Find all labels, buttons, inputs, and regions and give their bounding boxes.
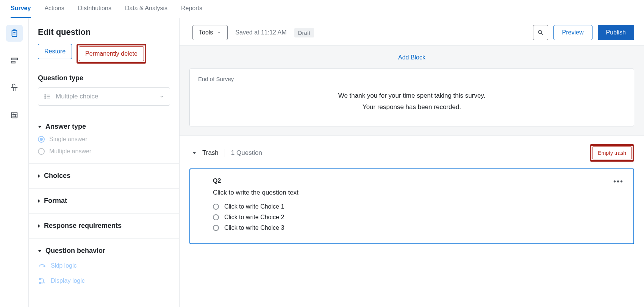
choices-section[interactable]: Choices [38,172,170,180]
svg-rect-4 [11,58,17,60]
restore-button[interactable]: Restore [38,44,72,59]
permanently-delete-highlight: Permanently delete [77,44,146,64]
chevron-down-icon[interactable] [192,152,196,154]
response-requirements-label: Response requirements [44,222,122,230]
side-panel: Edit question Restore Permanently delete… [29,18,180,307]
display-logic-icon [38,277,46,285]
display-logic-label: Display logic [51,277,85,284]
question-id: Q2 [213,178,299,184]
chevron-down-icon [217,30,221,35]
rail-look-feel-icon[interactable] [6,79,23,96]
choice-label: Click to write Choice 3 [224,224,284,231]
caret-down-icon [38,250,42,252]
rail-builder-icon[interactable] [6,25,23,42]
choice-label: Click to write Choice 2 [224,214,284,221]
question-type-select[interactable]: Multiple choice [38,87,170,106]
tab-distributions[interactable]: Distributions [78,0,111,18]
svg-line-20 [541,33,542,35]
tools-label: Tools [199,29,213,36]
preview-button[interactable]: Preview [553,25,592,40]
radio-checked-icon [38,136,45,143]
tools-dropdown[interactable]: Tools [192,25,228,40]
single-answer-label: Single answer [49,136,88,143]
end-of-survey-label: End of Survey [198,76,625,82]
radio-icon [213,214,219,220]
choice-row[interactable]: Click to write Choice 1 [213,203,299,210]
svg-point-18 [39,282,41,284]
caret-down-icon [38,126,42,128]
radio-icon [38,148,45,155]
rail-options-icon[interactable] [6,107,23,123]
list-icon [44,93,51,100]
skip-logic-label: Skip logic [51,262,77,269]
caret-right-icon [38,174,40,178]
publish-button[interactable]: Publish [598,25,634,40]
chevron-down-icon [159,94,164,99]
trash-count: 1 Question [225,149,262,157]
question-card[interactable]: Q2 Click to write the question text Clic… [189,168,634,244]
multiple-answer-option[interactable]: Multiple answer [38,148,170,155]
multiple-answer-label: Multiple answer [49,148,91,155]
permanently-delete-button[interactable]: Permanently delete [79,46,144,61]
choice-row[interactable]: Click to write Choice 2 [213,214,299,221]
rail-flow-icon[interactable] [6,52,23,69]
answer-type-label: Answer type [45,123,86,131]
question-type-value: Multiple choice [56,93,98,100]
choice-label: Click to write Choice 1 [224,203,284,210]
end-of-survey-card: End of Survey We thank you for your time… [189,69,634,126]
svg-rect-0 [12,30,17,37]
single-answer-option[interactable]: Single answer [38,136,170,143]
question-text[interactable]: Click to write the question text [213,189,299,196]
add-block-link[interactable]: Add Block [189,50,634,69]
tab-survey[interactable]: Survey [11,0,31,18]
caret-right-icon [38,199,40,203]
question-menu-icon[interactable]: ••• [613,178,624,185]
empty-trash-button[interactable]: Empty trash [592,146,632,159]
question-type-label: Question type [38,74,170,82]
eos-line1: We thank you for your time spent taking … [198,92,625,100]
main-area: Tools Saved at 11:12 AM Draft Preview Pu… [180,18,644,307]
trash-header: Trash 1 Question Empty trash [180,136,644,167]
question-behavior-label: Question behavior [45,247,105,255]
side-title: Edit question [38,27,170,37]
top-tabs: Survey Actions Distributions Data & Anal… [0,0,644,18]
svg-point-17 [39,278,41,280]
canvas: Add Block End of Survey We thank you for… [180,45,644,136]
choice-row[interactable]: Click to write Choice 3 [213,224,299,231]
toolbar: Tools Saved at 11:12 AM Draft Preview Pu… [180,18,644,45]
tab-reports[interactable]: Reports [181,0,202,18]
tab-data-analysis[interactable]: Data & Analysis [125,0,167,18]
response-requirements-section[interactable]: Response requirements [38,222,170,230]
eos-line2: Your response has been recorded. [198,103,625,111]
svg-point-19 [538,30,542,34]
radio-icon [213,225,219,231]
skip-logic-icon [38,262,46,270]
question-behavior-section[interactable]: Question behavior [38,247,170,255]
icon-rail [0,18,29,307]
display-logic-button[interactable]: Display logic [38,277,170,285]
svg-point-13 [45,98,46,99]
empty-trash-highlight: Empty trash [590,144,634,162]
skip-logic-button[interactable]: Skip logic [38,262,170,270]
svg-point-12 [45,96,46,97]
format-section[interactable]: Format [38,197,170,205]
caret-right-icon [38,224,40,228]
search-button[interactable] [533,25,548,40]
choices-label: Choices [44,172,70,180]
svg-rect-6 [11,112,17,118]
saved-status: Saved at 11:12 AM [235,29,286,36]
trash-title: Trash [202,149,219,157]
draft-badge: Draft [294,28,314,37]
radio-icon [213,204,219,210]
svg-rect-5 [11,61,15,63]
answer-type-section[interactable]: Answer type [38,123,170,131]
svg-point-11 [45,95,46,96]
search-icon [537,29,544,36]
format-label: Format [44,197,67,205]
tab-actions[interactable]: Actions [44,0,64,18]
